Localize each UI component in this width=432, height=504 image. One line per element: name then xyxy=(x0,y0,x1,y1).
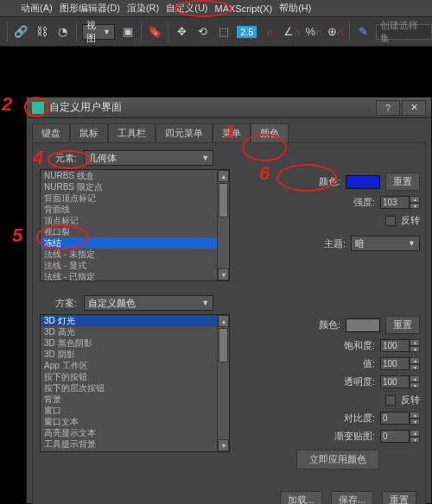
sat-spinner[interactable]: ▴▾ xyxy=(380,339,420,352)
dialog-titlebar[interactable]: 自定义用户界面 ? ✕ xyxy=(27,98,431,118)
list-item-selected[interactable]: 冻结 xyxy=(41,237,229,249)
scale-icon[interactable]: ⬚ xyxy=(216,23,232,41)
list-item[interactable]: 法线 - 已指定 xyxy=(41,271,229,281)
menu-help[interactable]: 帮助(H) xyxy=(276,2,314,15)
spinner-snap-icon[interactable]: ⊕∩ xyxy=(327,23,344,41)
scrollbar[interactable]: ▴ ▾ xyxy=(217,170,229,280)
gradient-input[interactable] xyxy=(380,430,410,443)
help-button[interactable]: ? xyxy=(376,100,400,116)
scheme-listbox[interactable]: 3D 灯光 3D 高光 3D 黑色阴影 3D 阴影 App 工作区 按下的按钮 … xyxy=(40,314,230,452)
spin-up-icon[interactable]: ▴ xyxy=(410,375,420,382)
contrast-input[interactable] xyxy=(380,412,410,425)
value-spinner[interactable]: ▴▾ xyxy=(380,357,420,370)
contrast-spinner[interactable]: ▴▾ xyxy=(380,412,420,425)
save-button[interactable]: 保存... xyxy=(331,491,373,504)
list-item[interactable]: App 工作区 xyxy=(41,360,229,371)
color-swatch[interactable] xyxy=(346,175,380,189)
menu-grapheditor[interactable]: 图形编辑器(D) xyxy=(56,2,124,15)
list-item[interactable]: 法线 - 显式 xyxy=(41,260,229,271)
view-dropdown[interactable]: 视图▼ xyxy=(82,24,115,40)
list-item[interactable]: 背面顶点标记 xyxy=(41,192,229,204)
list-item[interactable]: 顶点标记 xyxy=(41,215,229,226)
angle-snap-icon[interactable]: ∠∩ xyxy=(283,23,301,41)
tab-menu[interactable]: 菜单 xyxy=(213,123,251,142)
scroll-thumb[interactable] xyxy=(219,328,228,362)
list-item[interactable]: 视口裂 xyxy=(41,226,229,237)
reset-button[interactable]: 重置 xyxy=(385,173,420,191)
list-item[interactable]: NURBS 线盒 xyxy=(41,170,229,181)
list-item[interactable]: 窗口 xyxy=(41,405,229,416)
spin-up-icon[interactable]: ▴ xyxy=(410,339,420,346)
invert-checkbox[interactable] xyxy=(385,216,396,226)
scheme-dropdown[interactable]: 自定义颜色▼ xyxy=(84,295,213,311)
bookmark-icon[interactable]: 🔖 xyxy=(147,23,162,41)
scroll-up-icon[interactable]: ▴ xyxy=(218,315,229,327)
list-item[interactable]: 按下的层次按钮 xyxy=(41,382,229,394)
spin-down-icon[interactable]: ▾ xyxy=(410,346,420,353)
list-item[interactable]: 工具提示背景 xyxy=(41,438,229,450)
spin-down-icon[interactable]: ▾ xyxy=(410,364,420,371)
list-item[interactable]: 背景 xyxy=(41,394,229,405)
elements-dropdown[interactable]: 几何体▼ xyxy=(84,150,213,166)
list-item[interactable]: 3D 高光 xyxy=(41,326,229,337)
scroll-up-icon[interactable]: ▴ xyxy=(218,170,229,182)
spin-down-icon[interactable]: ▾ xyxy=(410,203,420,210)
sat-input[interactable] xyxy=(380,339,410,352)
list-item[interactable]: 3D 黑色阴影 xyxy=(41,337,229,349)
intensity-spinner[interactable]: ▴▾ xyxy=(380,196,420,209)
spin-up-icon[interactable]: ▴ xyxy=(410,196,420,203)
trans-spinner[interactable]: ▴▾ xyxy=(380,375,420,388)
scrollbar[interactable]: ▴ ▾ xyxy=(217,315,229,451)
list-item[interactable]: 高亮显示文本 xyxy=(41,427,229,438)
spin-up-icon[interactable]: ▴ xyxy=(410,430,420,437)
spin-up-icon[interactable]: ▴ xyxy=(410,412,420,419)
filter-icon[interactable]: ▣ xyxy=(120,23,136,41)
menu-customize[interactable]: 自定义(U) xyxy=(162,2,211,15)
tab-mouse[interactable]: 鼠标 xyxy=(70,123,108,142)
link-icon[interactable]: 🔗 xyxy=(13,23,29,41)
selection-set-input[interactable]: 创建选择集 xyxy=(376,24,432,40)
spin-up-icon[interactable]: ▴ xyxy=(410,357,420,364)
list-item[interactable]: 窗口文本 xyxy=(41,416,229,427)
rotate-icon[interactable]: ⟲ xyxy=(195,23,211,41)
reset2-button[interactable]: 重置 xyxy=(385,316,420,334)
load-button[interactable]: 加载... xyxy=(280,491,322,504)
spin-down-icon[interactable]: ▾ xyxy=(410,419,420,425)
tab-keyboard[interactable]: 键盘 xyxy=(32,123,70,142)
tab-toolbar[interactable]: 工具栏 xyxy=(108,123,156,142)
apply-now-button[interactable]: 立即应用颜色 xyxy=(296,450,379,469)
spin-down-icon[interactable]: ▾ xyxy=(410,382,420,389)
value-input[interactable] xyxy=(380,357,410,370)
close-button[interactable]: ✕ xyxy=(402,100,426,116)
menu-maxscript[interactable]: MAXScript(X) xyxy=(212,3,276,14)
list-item[interactable]: 背面线 xyxy=(41,204,229,215)
elements-listbox[interactable]: NURBS 线盒 NURBS 限定点 背面顶点标记 背面线 顶点标记 视口裂 冻… xyxy=(40,169,230,281)
snap-icon[interactable]: ∩ xyxy=(262,23,277,41)
scroll-down-icon[interactable]: ▾ xyxy=(218,268,229,280)
list-item[interactable]: 按下的按钮 xyxy=(41,371,229,382)
list-item[interactable]: 工具提示文本 xyxy=(41,450,229,452)
reset-all-button[interactable]: 重置 xyxy=(382,491,416,504)
menu-render[interactable]: 渲染(R) xyxy=(124,2,162,15)
list-item-selected[interactable]: 3D 灯光 xyxy=(41,315,229,326)
list-item[interactable]: NURBS 限定点 xyxy=(41,181,229,192)
gradient-spinner[interactable]: ▴▾ xyxy=(380,430,420,443)
tab-quadmenu[interactable]: 四元菜单 xyxy=(156,123,213,142)
list-item[interactable]: 法线 - 未指定 xyxy=(41,249,229,260)
spin-down-icon[interactable]: ▾ xyxy=(410,437,420,444)
snap-toggle[interactable]: 2.5 xyxy=(237,26,257,38)
move-icon[interactable]: ✥ xyxy=(174,23,189,41)
trans-input[interactable] xyxy=(380,375,410,388)
menu-anim[interactable]: 动画(A) xyxy=(17,2,56,15)
scroll-down-icon[interactable]: ▾ xyxy=(218,439,229,451)
invert2-checkbox[interactable] xyxy=(385,395,396,406)
theme-dropdown[interactable]: 暗▼ xyxy=(351,236,420,251)
list-item[interactable]: 3D 阴影 xyxy=(41,349,229,360)
named-sel-icon[interactable]: ✎ xyxy=(355,23,371,41)
intensity-input[interactable] xyxy=(380,196,410,209)
unlink-icon[interactable]: ⛓ xyxy=(34,23,49,41)
scroll-thumb[interactable] xyxy=(219,183,228,217)
percent-snap-icon[interactable]: %∩ xyxy=(306,23,322,41)
color2-swatch[interactable] xyxy=(346,318,380,332)
tab-color[interactable]: 颜色 xyxy=(251,123,289,142)
